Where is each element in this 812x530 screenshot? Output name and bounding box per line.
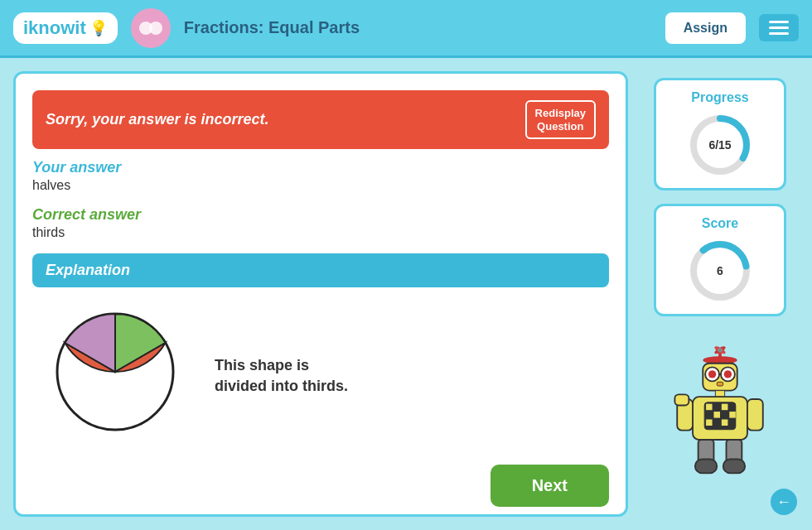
svg-point-1 [149,22,162,35]
svg-rect-22 [706,404,713,411]
sidebar: Progress 6/15 Score 6 [641,71,799,517]
score-section: Score 6 [654,204,786,316]
score-title: Score [702,216,738,231]
svg-point-16 [724,370,732,378]
logo[interactable]: iknowit 💡 [13,12,118,44]
assign-button[interactable]: Assign [665,12,746,44]
svg-rect-26 [706,412,713,418]
svg-rect-32 [722,419,728,426]
header: iknowit 💡 Fractions: Equal Parts Assign [0,0,812,58]
next-button[interactable]: Next [491,465,609,507]
correct-answer-section: Correct answer thirds [32,203,609,240]
svg-point-11 [718,348,723,353]
content-area: Sorry, your answer is incorrect. Redispl… [13,71,628,517]
logo-text: iknowit [23,17,86,39]
progress-circle: 6/15 [687,112,753,178]
svg-rect-29 [729,412,736,418]
menu-line-3 [769,32,789,35]
svg-rect-18 [717,382,723,386]
menu-line-2 [769,26,789,29]
progress-section: Progress 6/15 [654,78,786,190]
next-button-row: Next [32,465,609,507]
pie-chart [49,306,190,446]
svg-rect-31 [713,419,720,426]
your-answer-section: Your answer halves [32,159,609,193]
progress-value: 6/15 [708,138,731,152]
progress-title: Progress [691,90,748,105]
your-answer-value: halves [32,178,609,193]
main-layout: Sorry, your answer is incorrect. Redispl… [0,58,812,530]
explanation-banner: Explanation [32,253,609,287]
incorrect-message: Sorry, your answer is incorrect. [46,111,268,128]
explanation-content: This shape isdivided into thirds. [32,297,609,455]
svg-rect-25 [729,404,736,411]
logo-icon: 💡 [89,19,108,37]
incorrect-banner: Sorry, your answer is incorrect. Redispl… [32,90,609,149]
svg-rect-40 [723,459,745,473]
score-circle: 6 [687,238,753,304]
svg-rect-33 [729,419,736,426]
score-value: 6 [717,264,723,277]
svg-rect-30 [706,419,713,426]
correct-answer-label: Correct answer [32,206,609,224]
svg-rect-27 [713,412,720,418]
subject-icon [131,8,171,48]
svg-rect-36 [674,394,689,405]
svg-rect-39 [695,459,717,473]
correct-answer-value: thirds [32,225,609,240]
svg-rect-35 [747,399,763,431]
your-answer-label: Your answer [32,159,609,176]
svg-rect-24 [722,404,728,411]
explanation-label: Explanation [46,262,130,278]
menu-button[interactable] [759,14,799,41]
robot-character [654,330,786,479]
svg-point-15 [708,370,716,378]
menu-line-1 [769,21,789,23]
redisplay-button[interactable]: RedisplayQuestion [525,100,596,139]
robot-svg [662,346,778,479]
page-title: Fractions: Equal Parts [184,18,652,37]
explanation-text: This shape isdivided into thirds. [215,355,348,397]
svg-rect-28 [722,412,728,418]
back-icon: ← [776,494,791,511]
svg-rect-23 [713,404,720,411]
svg-rect-19 [715,391,724,398]
back-button[interactable]: ← [771,489,797,515]
